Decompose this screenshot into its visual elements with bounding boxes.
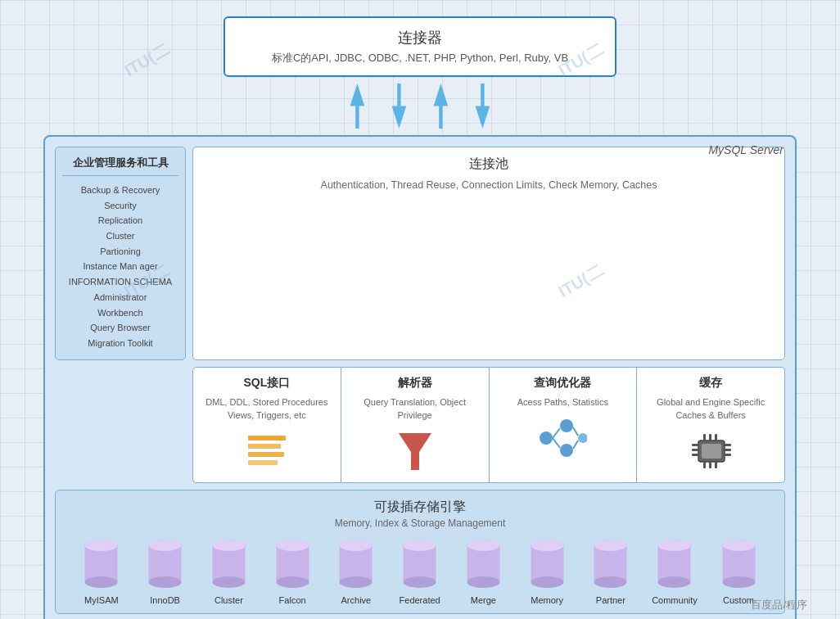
top-section: 企业管理服务和工具 Backup & Recovery Security Rep… bbox=[55, 147, 785, 360]
cylinder-innodb: InnoDB bbox=[142, 537, 187, 605]
connector-box: 连接器 标准C的API, JDBC, ODBC, .NET, PHP, Pyth… bbox=[224, 16, 616, 77]
svg-rect-25 bbox=[725, 454, 731, 456]
cylinder-community-svg bbox=[652, 537, 697, 590]
svg-rect-4 bbox=[248, 436, 286, 441]
optimizer-desc: Acess Paths, Statistics bbox=[499, 395, 627, 409]
enterprise-item-8: Workbench bbox=[62, 305, 178, 321]
enterprise-item-10: Migration Toolkit bbox=[62, 336, 178, 351]
svg-point-71 bbox=[658, 540, 691, 551]
cache-icon bbox=[647, 429, 775, 474]
svg-rect-7 bbox=[248, 460, 278, 465]
svg-point-54 bbox=[404, 576, 436, 588]
svg-point-63 bbox=[531, 540, 563, 551]
cylinder-custom-label: Custom bbox=[723, 595, 754, 605]
cache-icon-svg bbox=[689, 431, 734, 472]
connection-pool-box: 连接池 Authentication, Thread Reuse, Connec… bbox=[192, 147, 785, 360]
svg-point-12 bbox=[560, 444, 573, 457]
pool-subtitle: Authentication, Thread Reuse, Connection… bbox=[206, 179, 771, 191]
svg-marker-3 bbox=[475, 84, 490, 129]
cylinder-memory-svg bbox=[525, 537, 570, 590]
svg-point-67 bbox=[594, 540, 627, 551]
cylinder-custom: Custom bbox=[716, 537, 761, 605]
sql-interface-desc: DML, DDL, Stored Procedures Views, Trigg… bbox=[203, 395, 331, 422]
parser-desc: Query Translation, Object Privilege bbox=[351, 395, 479, 422]
svg-rect-23 bbox=[725, 444, 731, 446]
svg-point-74 bbox=[722, 576, 755, 588]
svg-point-70 bbox=[658, 576, 691, 588]
cylinder-partner-label: Partner bbox=[596, 595, 625, 605]
cylinder-archive-label: Archive bbox=[341, 595, 372, 605]
enterprise-item-7: Administrator bbox=[62, 290, 178, 305]
svg-point-35 bbox=[85, 540, 118, 551]
svg-point-39 bbox=[149, 540, 182, 551]
optimizer-title: 查询优化器 bbox=[499, 376, 627, 391]
svg-rect-29 bbox=[703, 462, 706, 468]
arrow-up-1 bbox=[386, 84, 412, 129]
svg-line-17 bbox=[573, 441, 578, 449]
cache-box: 缓存 Global and Engine Specific Caches & B… bbox=[637, 367, 785, 483]
svg-line-15 bbox=[553, 438, 560, 448]
cylinder-falcon-svg bbox=[270, 537, 315, 590]
cylinder-federated-svg bbox=[397, 537, 442, 590]
svg-point-13 bbox=[578, 433, 587, 443]
svg-point-46 bbox=[276, 576, 309, 588]
connector-subtitle: 标准C的API, JDBC, ODBC, .NET, PHP, Python, … bbox=[258, 51, 582, 66]
cache-desc: Global and Engine Specific Caches & Buff… bbox=[647, 395, 775, 422]
cylinder-innodb-svg bbox=[142, 537, 187, 590]
svg-point-59 bbox=[467, 540, 499, 551]
svg-point-51 bbox=[340, 540, 373, 551]
cache-title: 缓存 bbox=[647, 376, 775, 391]
mysql-server-label: MySQL Server bbox=[708, 143, 784, 156]
svg-point-42 bbox=[212, 576, 245, 588]
parser-icon bbox=[351, 429, 479, 474]
svg-marker-0 bbox=[350, 84, 365, 129]
svg-marker-1 bbox=[392, 84, 407, 129]
arrow-down-1 bbox=[345, 84, 370, 129]
svg-point-62 bbox=[531, 576, 563, 588]
svg-rect-19 bbox=[702, 444, 721, 459]
optimizer-box: 查询优化器 Acess Paths, Statistics bbox=[490, 367, 638, 483]
optimizer-icon bbox=[499, 415, 627, 460]
svg-point-75 bbox=[722, 540, 755, 551]
svg-rect-6 bbox=[248, 452, 284, 457]
svg-point-10 bbox=[540, 431, 553, 445]
storage-engine-subtitle: Memory, Index & Storage Management bbox=[65, 517, 775, 529]
arrow-down-2 bbox=[428, 84, 454, 129]
cylinder-partner: Partner bbox=[588, 537, 633, 605]
cylinder-community: Community bbox=[652, 537, 698, 605]
cylinder-falcon-label: Falcon bbox=[279, 595, 306, 605]
svg-rect-24 bbox=[725, 449, 731, 451]
enterprise-item-3: Cluster bbox=[62, 228, 178, 244]
cylinder-cluster-svg bbox=[206, 537, 251, 590]
cylinder-myisam-svg bbox=[79, 537, 124, 590]
svg-rect-5 bbox=[248, 444, 281, 449]
svg-point-50 bbox=[340, 576, 373, 588]
enterprise-item-1: Security bbox=[62, 198, 178, 214]
enterprise-items: Backup & Recovery Security Replication C… bbox=[62, 183, 178, 351]
svg-rect-21 bbox=[692, 449, 698, 451]
middle-section: SQL接口 DML, DDL, Stored Procedures Views,… bbox=[192, 367, 785, 483]
svg-point-47 bbox=[276, 540, 309, 551]
svg-rect-28 bbox=[715, 434, 717, 441]
pool-title: 连接池 bbox=[206, 156, 771, 173]
enterprise-box: 企业管理服务和工具 Backup & Recovery Security Rep… bbox=[55, 147, 186, 360]
storage-engine-box: 可拔插存储引擎 Memory, Index & Storage Manageme… bbox=[55, 490, 785, 614]
svg-point-55 bbox=[404, 540, 436, 551]
cylinder-archive-svg bbox=[333, 537, 378, 590]
svg-rect-20 bbox=[692, 444, 698, 446]
parser-box: 解析器 Query Translation, Object Privilege bbox=[341, 367, 490, 483]
cylinder-cluster-label: Cluster bbox=[215, 595, 243, 605]
sql-interface-box: SQL接口 DML, DDL, Stored Procedures Views,… bbox=[192, 367, 341, 483]
bottom-watermark: 百度品/程序 bbox=[751, 598, 807, 612]
svg-point-34 bbox=[85, 576, 118, 588]
enterprise-item-9: Query Browser bbox=[62, 320, 178, 336]
main-container: 连接器 标准C的API, JDBC, ODBC, .NET, PHP, Pyth… bbox=[0, 0, 840, 619]
svg-point-58 bbox=[467, 576, 499, 588]
cylinder-partner-svg bbox=[588, 537, 633, 590]
svg-line-14 bbox=[553, 428, 560, 438]
mysql-server-box: MySQL Server 企业管理服务和工具 Backup & Recovery… bbox=[43, 135, 797, 619]
cylinder-community-label: Community bbox=[652, 595, 698, 605]
svg-marker-2 bbox=[434, 84, 449, 129]
cylinder-memory-label: Memory bbox=[531, 595, 563, 605]
parser-title: 解析器 bbox=[351, 376, 479, 391]
